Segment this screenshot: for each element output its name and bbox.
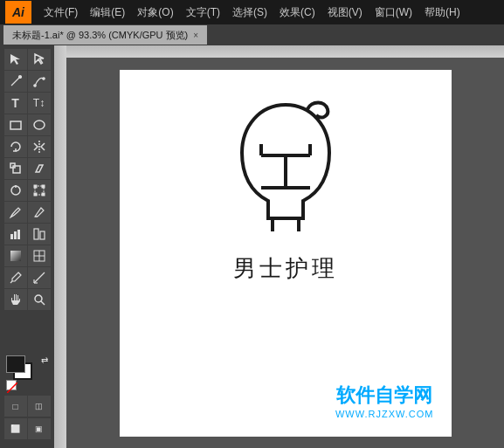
menu-effect[interactable]: 效果(C) — [274, 3, 321, 22]
shear-tool[interactable] — [28, 158, 51, 179]
svg-line-29 — [41, 301, 45, 305]
tool-row-gradient — [4, 245, 51, 266]
tool-row-shape — [4, 114, 51, 135]
zoom-tool[interactable] — [28, 289, 51, 310]
menu-text[interactable]: 文字(T) — [181, 3, 225, 22]
svg-rect-16 — [14, 231, 17, 239]
menu-select[interactable]: 选择(S) — [227, 3, 273, 22]
reflect-tool[interactable] — [28, 136, 51, 157]
tool-row-eyedropper — [4, 267, 51, 288]
tab-close-button[interactable]: × — [193, 31, 198, 40]
type-tool[interactable]: T — [4, 93, 27, 114]
artboard: 男士护理 软件自学网 WWW.RJZXW.COM — [120, 70, 452, 437]
screen-mode[interactable]: ⬜ — [4, 418, 27, 439]
canvas-area: 男士护理 软件自学网 WWW.RJZXW.COM — [54, 45, 504, 448]
svg-rect-18 — [34, 229, 38, 239]
main-area: T T↕ — [0, 45, 504, 448]
logo-container: 男士护理 — [224, 96, 347, 284]
swap-colors-icon[interactable]: ⇄ — [41, 355, 48, 365]
menu-window[interactable]: 窗口(W) — [369, 3, 418, 22]
svg-rect-14 — [42, 193, 45, 196]
face-logo-svg — [224, 96, 347, 245]
menu-edit[interactable]: 编辑(E) — [85, 3, 130, 22]
svg-line-24 — [10, 281, 12, 283]
pen-tool[interactable] — [4, 71, 27, 92]
svg-point-1 — [33, 85, 35, 86]
menu-help[interactable]: 帮助(H) — [419, 3, 466, 22]
svg-rect-11 — [34, 185, 37, 188]
color-swatch-area: ⇄ □ ◫ ⬜ ▣ — [3, 350, 51, 445]
measure-tool[interactable] — [28, 267, 51, 288]
svg-point-0 — [18, 76, 21, 79]
menu-view[interactable]: 视图(V) — [322, 3, 368, 22]
rotate-tool[interactable] — [4, 136, 27, 157]
watermark: 软件自学网 WWW.RJZXW.COM — [335, 383, 434, 419]
free-transform-tool[interactable] — [28, 180, 51, 201]
scale-tool[interactable] — [4, 158, 27, 179]
svg-line-25 — [34, 272, 45, 283]
svg-rect-13 — [34, 193, 37, 196]
tool-row-1 — [4, 49, 51, 70]
left-toolbar: T T↕ — [0, 45, 54, 448]
horizontal-ruler — [54, 45, 504, 58]
title-bar: Ai 文件(F) 编辑(E) 对象(O) 文字(T) 选择(S) 效果(C) 视… — [0, 0, 504, 24]
tab-label: 未标题-1.ai* @ 93.3% (CMYK/GPU 预览) — [12, 29, 188, 42]
tool-row-2 — [4, 71, 51, 92]
svg-rect-17 — [17, 230, 20, 239]
column-chart-tool[interactable] — [28, 224, 51, 245]
svg-rect-20 — [10, 251, 21, 261]
curvature-tool[interactable] — [28, 71, 51, 92]
screen-mode-row: ⬜ ▣ — [4, 418, 51, 439]
svg-point-28 — [35, 295, 42, 302]
change-screen[interactable]: ▣ — [28, 418, 51, 439]
pencil-tool[interactable] — [28, 202, 51, 223]
normal-draw-mode[interactable]: □ — [4, 396, 27, 417]
svg-point-2 — [42, 78, 44, 79]
bar-chart-tool[interactable] — [4, 224, 27, 245]
ai-logo: Ai — [5, 1, 31, 24]
draw-mode-row: □ ◫ — [4, 396, 51, 417]
rect-tool[interactable] — [4, 114, 27, 135]
gradient-tool[interactable] — [4, 245, 27, 266]
svg-rect-19 — [40, 231, 45, 239]
svg-rect-3 — [10, 121, 21, 129]
svg-rect-6 — [13, 166, 20, 173]
document-tab[interactable]: 未标题-1.ai* @ 93.3% (CMYK/GPU 预览) × — [3, 25, 207, 45]
tool-row-bar — [4, 224, 51, 245]
tool-row-draw — [4, 202, 51, 223]
svg-rect-12 — [42, 185, 45, 188]
tool-row-type: T T↕ — [4, 93, 51, 114]
eyedropper-tool[interactable] — [4, 267, 27, 288]
none-color-icon[interactable] — [6, 380, 17, 390]
vertical-type-tool[interactable]: T↕ — [28, 93, 51, 114]
logo-text-chinese: 男士护理 — [233, 253, 338, 284]
paintbrush-tool[interactable] — [4, 202, 27, 223]
fill-color[interactable] — [6, 355, 25, 373]
tool-row-hand — [4, 289, 51, 310]
tool-row-rotate — [4, 136, 51, 157]
select-tool[interactable] — [4, 49, 27, 70]
tab-bar: 未标题-1.ai* @ 93.3% (CMYK/GPU 预览) × — [0, 24, 504, 45]
tool-row-scale — [4, 158, 51, 179]
hand-tool[interactable] — [4, 289, 27, 310]
behind-draw-mode[interactable]: ◫ — [28, 396, 51, 417]
ellipse-tool[interactable] — [28, 114, 51, 135]
watermark-main-text: 软件自学网 — [335, 383, 434, 409]
warp-tool[interactable] — [4, 180, 27, 201]
menu-object[interactable]: 对象(O) — [132, 3, 178, 22]
svg-rect-15 — [10, 234, 13, 239]
menu-file[interactable]: 文件(F) — [38, 3, 83, 22]
direct-select-tool[interactable] — [28, 49, 51, 70]
menu-bar: 文件(F) 编辑(E) 对象(O) 文字(T) 选择(S) 效果(C) 视图(V… — [38, 3, 499, 22]
svg-point-4 — [34, 121, 45, 129]
svg-line-30 — [7, 383, 17, 393]
vertical-ruler — [54, 45, 66, 448]
watermark-sub-text: WWW.RJZXW.COM — [335, 409, 434, 419]
tool-row-warp — [4, 180, 51, 201]
mesh-tool[interactable] — [28, 245, 51, 266]
